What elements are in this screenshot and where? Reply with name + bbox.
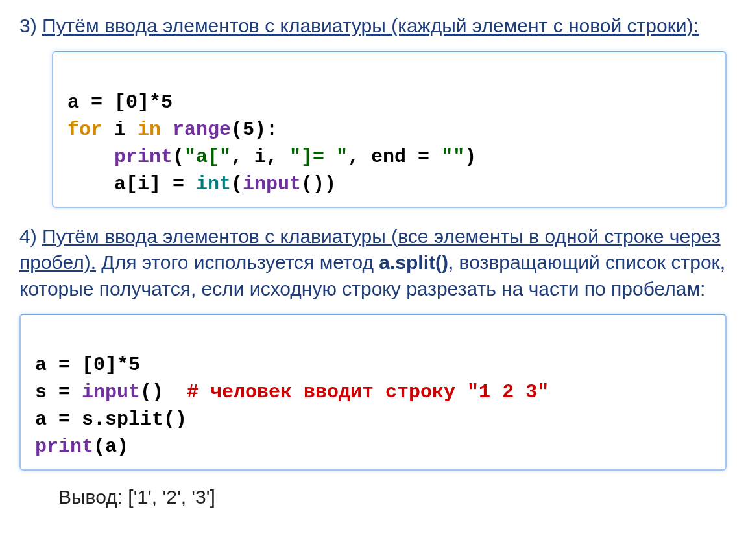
code1-line1: a = [0]*5 [67,91,173,113]
code2-s: s = [35,381,82,403]
code2-comment: # человек вводит строку "1 2 3" [187,381,549,403]
code1-sp [161,119,173,141]
code-block-2: a = [0]*5 s = input() # человек вводит с… [19,314,727,471]
section-3-heading: 3) Путём ввода элементов с клавиатуры (к… [19,13,727,40]
code1-input: input [243,173,301,195]
section-4-rest1: Для этого используется метод [96,251,379,273]
code1-str2: "]= " [289,146,348,168]
code2-line3: a = s.split() [35,408,187,430]
code2-line1: a = [0]*5 [35,354,140,376]
code1-c1: , i, [231,146,289,168]
code1-in: in [138,119,161,141]
section-4-bold: a.split() [379,251,448,273]
output-text: Вывод: ['1', '2', '3'] [58,486,727,508]
code1-p2: ()) [301,173,336,195]
code1-c2: , end = [348,146,441,168]
code1-for: for [67,119,102,141]
code1-range: range [173,119,231,141]
code1-str3: "" [441,146,464,168]
section-4-heading: 4) Путём ввода элементов с клавиатуры (в… [19,224,727,303]
code1-assign: a[i] = [114,173,196,195]
code1-range-args: (5): [231,119,278,141]
code2-input: input [82,381,140,403]
code1-int: int [196,173,231,195]
code2-paren: () [140,381,187,403]
code1-p1: ( [231,173,243,195]
code-block-1: a = [0]*5 for i in range(5): print("a[",… [52,51,727,208]
code1-i: i [102,119,138,141]
code2-print-args: (a) [93,436,128,458]
code1-paren2: ) [464,146,476,168]
section-4-number: 4) [19,226,42,247]
section-3-number: 3) [19,15,42,36]
code1-paren1: ( [173,146,184,168]
section-3-title: Путём ввода элементов с клавиатуры (кажд… [42,15,699,36]
code1-print: print [114,146,173,168]
code2-print: print [35,436,93,458]
code1-str1: "a[" [184,146,231,168]
